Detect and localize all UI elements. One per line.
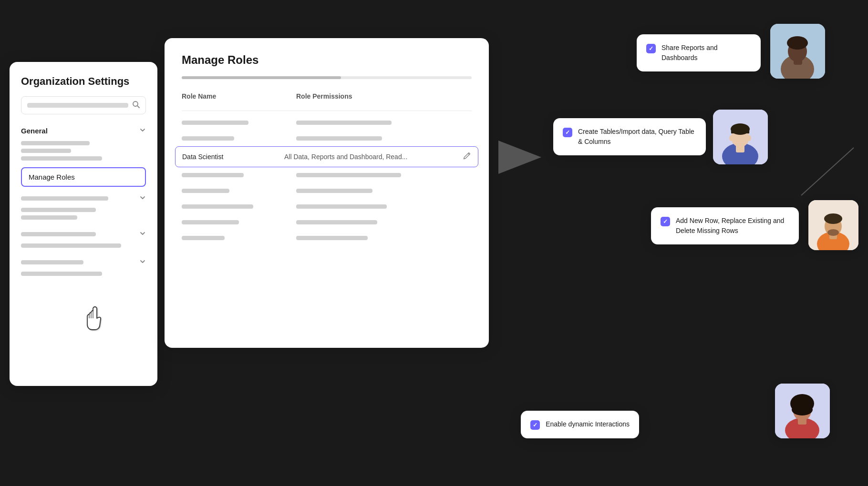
row-placeholder-name: [182, 189, 229, 193]
tooltip-share-reports: ✓ Share Reports and Dashboards: [637, 34, 761, 71]
avatar-3: [808, 200, 858, 250]
checkbox-tables[interactable]: ✓: [563, 128, 572, 137]
scene: Organization Settings General: [0, 0, 868, 486]
svg-line-26: [801, 148, 854, 195]
check-icon: ✓: [565, 129, 570, 136]
table-row-placeholder: [182, 230, 472, 246]
sidebar-item-line: [21, 141, 90, 145]
svg-point-25: [792, 404, 813, 415]
row-placeholder-perm: [296, 136, 382, 141]
tooltip-create-tables: ✓ Create Tables/Import data, Query Table…: [553, 118, 706, 155]
general-label: General: [21, 127, 48, 135]
section-3-items: [21, 243, 146, 248]
section-2-items: [21, 208, 146, 220]
sidebar-section-3[interactable]: [21, 226, 146, 240]
svg-point-18: [824, 213, 842, 224]
svg-point-12: [729, 135, 733, 141]
general-subitems: [21, 141, 146, 161]
search-bar-line: [27, 103, 128, 108]
row-placeholder-name: [182, 236, 225, 240]
svg-point-13: [747, 135, 751, 141]
sidebar-item-line: [21, 215, 77, 220]
cursor-pointer: [83, 305, 106, 334]
table-row-placeholder: [182, 214, 472, 230]
col-header-role-name: Role Name: [182, 92, 296, 100]
sidebar-item-manage-roles[interactable]: Manage Roles: [21, 167, 146, 187]
tooltip-dynamic-interactions: ✓ Enable dynamic Interactions: [521, 411, 639, 438]
row-name: Data Scientist: [182, 153, 284, 161]
table-row-placeholder: [182, 183, 472, 199]
sidebar-item-line: [21, 156, 102, 161]
checkbox-share[interactable]: ✓: [646, 44, 656, 53]
sidebar-section-line: [21, 260, 83, 264]
check-icon: ✓: [533, 422, 537, 428]
table-row-placeholder: [182, 115, 472, 131]
search-icon: [132, 101, 140, 110]
edit-icon[interactable]: [463, 152, 471, 162]
table-row-placeholder: [182, 131, 472, 146]
row-placeholder-perm: [296, 173, 401, 177]
row-placeholder-perm: [296, 204, 387, 209]
section-4-items: [21, 272, 146, 276]
chevron-down-icon: [139, 258, 146, 266]
sidebar-section-general: General: [21, 124, 146, 161]
manage-roles-title: Manage Roles: [182, 53, 472, 67]
checkbox-dynamic[interactable]: ✓: [530, 420, 540, 430]
svg-point-19: [827, 229, 839, 236]
sidebar-section-line: [21, 196, 108, 201]
sidebar-section-2[interactable]: [21, 191, 146, 204]
sidebar-section-4[interactable]: [21, 254, 146, 268]
tooltip-text-tables: Create Tables/Import data, Query Table &…: [578, 127, 696, 147]
sidebar-item-line: [21, 149, 71, 153]
tooltip-text-dynamic: Enable dynamic Interactions: [546, 419, 630, 429]
row-placeholder-name: [182, 204, 253, 209]
row-permissions: All Data, Reports and Dashboard, Read...: [284, 153, 463, 161]
table-header-row: Role Name Role Permissions: [182, 92, 472, 105]
chevron-down-icon: [139, 127, 146, 135]
row-placeholder-perm: [296, 236, 368, 240]
manage-roles-label: Manage Roles: [29, 173, 75, 181]
col-header-role-permissions: Role Permissions: [296, 92, 472, 100]
sidebar-section-line: [21, 232, 96, 236]
chevron-down-icon: [139, 230, 146, 238]
avatar-1: [770, 24, 825, 79]
row-placeholder-name: [182, 136, 234, 141]
row-placeholder-perm: [296, 189, 372, 193]
svg-line-1: [137, 106, 139, 108]
sidebar-general-header[interactable]: General: [21, 124, 146, 138]
svg-marker-28: [498, 141, 541, 174]
row-placeholder-name: [182, 220, 239, 224]
row-placeholder-name: [182, 173, 244, 177]
table-header-divider: [182, 111, 472, 111]
avatar-4: [775, 384, 830, 438]
progress-bar: [182, 76, 472, 79]
search-box[interactable]: [21, 96, 146, 114]
table-row-data-scientist[interactable]: Data Scientist All Data, Reports and Das…: [175, 146, 478, 167]
table-row-placeholder: [182, 199, 472, 214]
checkbox-rows[interactable]: ✓: [661, 217, 670, 226]
row-placeholder-name: [182, 121, 248, 125]
row-placeholder-perm: [296, 121, 392, 125]
sidebar-item-line: [21, 208, 96, 212]
panel-title: Organization Settings: [21, 75, 146, 88]
tooltip-text-share: Share Reports and Dashboards: [661, 43, 751, 63]
check-icon: ✓: [663, 218, 668, 225]
check-icon: ✓: [649, 45, 653, 52]
avatar-2: [713, 110, 768, 164]
org-settings-panel: Organization Settings General: [10, 62, 157, 386]
table-row-placeholder: [182, 167, 472, 183]
row-placeholder-perm: [296, 220, 377, 224]
progress-bar-fill: [182, 76, 341, 79]
tooltip-add-rows: ✓ Add New Row, Replace Existing and Dele…: [651, 207, 799, 244]
manage-roles-panel: Manage Roles Role Name Role Permissions …: [165, 38, 489, 348]
sidebar-item-line: [21, 243, 121, 248]
chevron-down-icon: [139, 194, 146, 202]
sidebar-item-line: [21, 272, 102, 276]
tooltip-text-rows: Add New Row, Replace Existing and Delete…: [676, 216, 789, 236]
